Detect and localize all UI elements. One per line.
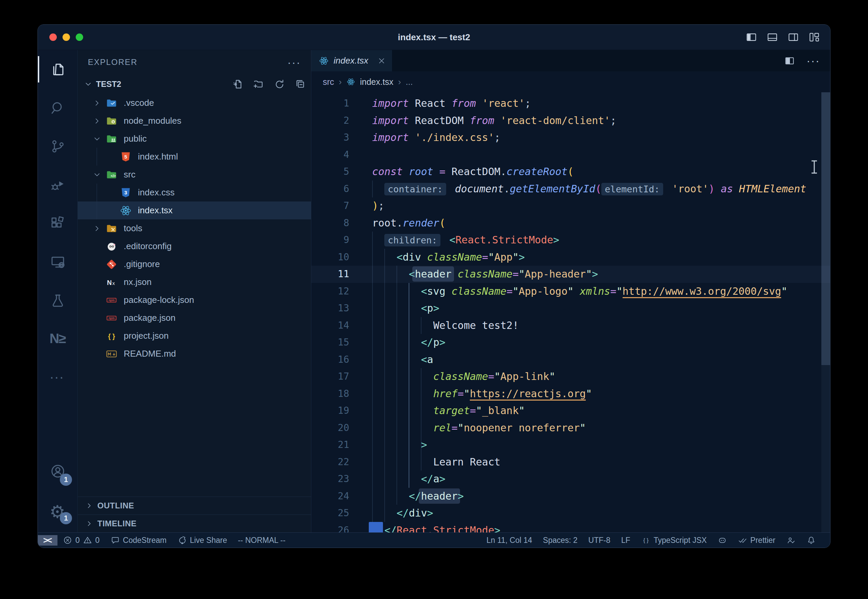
status-problems[interactable]: 00: [57, 533, 105, 548]
tree-item-.gitignore[interactable]: .gitignore: [78, 255, 311, 273]
breadcrumb-symbol[interactable]: ...: [406, 77, 413, 87]
tree-item-package.json[interactable]: npmpackage.json: [78, 309, 311, 327]
breadcrumb-file[interactable]: index.tsx: [360, 77, 393, 87]
status-encoding[interactable]: UTF-8: [583, 533, 616, 548]
activity-item-settings[interactable]: ⚙1: [38, 491, 77, 529]
tree-item-label: tools: [124, 223, 142, 233]
status-feedback[interactable]: [781, 533, 801, 548]
activity-item-additional-views[interactable]: ···: [38, 358, 77, 397]
status-prettier[interactable]: Prettier: [733, 533, 781, 548]
copilot-icon: [718, 536, 727, 545]
search-icon: [50, 100, 66, 116]
line-number: 8: [311, 215, 349, 232]
zoom-window-button[interactable]: [76, 33, 83, 41]
tree-item-.editorconfig[interactable]: .editorconfig: [78, 237, 311, 255]
tree-item-project.json[interactable]: { }project.json: [78, 327, 311, 345]
tree-item-index.css[interactable]: 3index.css: [78, 184, 311, 202]
status-vim-mode[interactable]: -- NORMAL --: [233, 533, 291, 548]
tree-item-nx.json[interactable]: Nxnx.json: [78, 273, 311, 291]
customize-layout-icon[interactable]: [808, 32, 820, 43]
code-line-18: 18 href="https://reactjs.org": [311, 385, 830, 403]
activity-item-accounts[interactable]: 1: [38, 452, 77, 491]
close-window-button[interactable]: [50, 33, 57, 41]
collapse-all-icon[interactable]: [295, 78, 306, 90]
svg-text:npm: npm: [108, 316, 114, 320]
close-tab-icon[interactable]: [377, 56, 386, 65]
bell-icon: [806, 536, 816, 545]
folder-node-icon: s: [105, 115, 117, 127]
code-line-23: 23 </a>: [311, 471, 830, 488]
chevron-down-icon: [84, 80, 93, 89]
explorer-actions: [232, 78, 306, 90]
status-language-mode[interactable]: { }TypeScript JSX: [636, 533, 712, 548]
status-copilot[interactable]: [712, 533, 733, 548]
explorer-more-icon[interactable]: ···: [287, 56, 301, 69]
tree-item-src[interactable]: </>src: [78, 166, 311, 184]
status-cursor-position[interactable]: Ln 11, Col 14: [481, 533, 537, 548]
minimize-window-button[interactable]: [63, 33, 70, 41]
activity-item-search[interactable]: [38, 89, 77, 127]
line-number: 20: [311, 420, 349, 437]
line-number: 11: [311, 266, 349, 283]
status-label: TypeScript JSX: [654, 536, 707, 545]
activity-item-testing[interactable]: [38, 281, 77, 320]
refresh-icon[interactable]: [274, 78, 285, 90]
panel-outline[interactable]: OUTLINE: [78, 497, 311, 515]
activity-item-extensions[interactable]: [38, 204, 77, 243]
panel-timeline[interactable]: TIMELINE: [78, 515, 311, 533]
new-folder-icon[interactable]: [253, 78, 264, 90]
tree-item-tools[interactable]: tools: [78, 220, 311, 237]
activity-item-explorer[interactable]: [38, 50, 77, 89]
code-line-24: 24 </header>: [311, 488, 830, 505]
react-icon: [346, 77, 355, 86]
tree-item-node_modules[interactable]: snode_modules: [78, 112, 311, 130]
tree-item-index.tsx[interactable]: index.tsx: [78, 202, 311, 220]
svg-text:{ }: { }: [643, 537, 648, 543]
badge: 1: [60, 474, 72, 486]
code-editor[interactable]: 1import React from 'react';2import React…: [311, 92, 830, 533]
status-codestream[interactable]: CodeStream: [105, 533, 172, 548]
tree-item-label: index.css: [138, 187, 175, 198]
project-section-header[interactable]: TEST2: [78, 74, 311, 94]
toggle-primary-sidebar-icon[interactable]: [746, 32, 757, 43]
split-editor-icon[interactable]: [784, 56, 795, 66]
activity-item-run-and-debug[interactable]: [38, 166, 77, 204]
checks-icon: [738, 536, 747, 545]
editor-more-actions-icon[interactable]: ···: [806, 54, 820, 67]
text-cursor-pointer: [810, 160, 818, 179]
line-number: 13: [311, 300, 349, 317]
chevron-spacer: [93, 242, 101, 251]
line-number: 15: [311, 334, 349, 351]
remote-indicator[interactable]: ><: [38, 535, 57, 546]
tab-index-tsx[interactable]: index.tsx: [311, 50, 393, 71]
braces-sm-icon: { }: [641, 536, 651, 545]
activity-item-remote-explorer[interactable]: [38, 243, 77, 281]
status-label: CodeStream: [123, 536, 167, 545]
editor-scrollbar[interactable]: [821, 92, 830, 533]
activity-item-source-control[interactable]: [38, 127, 77, 166]
new-file-icon[interactable]: [232, 78, 244, 90]
tree-item-index.html[interactable]: 5index.html: [78, 148, 311, 166]
line-number: 18: [311, 385, 349, 403]
toggle-secondary-sidebar-icon[interactable]: [788, 32, 799, 43]
status-indentation[interactable]: Spaces: 2: [537, 533, 583, 548]
folder-tools-icon: [105, 223, 117, 235]
toggle-panel-icon[interactable]: [767, 32, 778, 43]
code-line-26: 26 </React.StrictMode>: [311, 522, 830, 533]
tree-item-public[interactable]: public: [78, 130, 311, 148]
tree-item-package-lock.json[interactable]: npmpackage-lock.json: [78, 291, 311, 309]
breadcrumb-folder[interactable]: src: [323, 77, 334, 87]
activity-item-nx-console[interactable]: N≥: [38, 320, 77, 358]
status-live-share[interactable]: Live Share: [172, 533, 233, 548]
line-number: 16: [311, 351, 349, 369]
tree-item-label: index.tsx: [138, 205, 173, 216]
svg-text:s: s: [113, 120, 114, 123]
status-notifications[interactable]: [801, 533, 821, 548]
status-eol[interactable]: LF: [616, 533, 636, 548]
tab-label: index.tsx: [334, 56, 369, 66]
svg-text:{ }: { }: [108, 332, 115, 340]
tree-item-README.md[interactable]: README.md: [78, 345, 311, 363]
tree-item-.vscode[interactable]: .vscode: [78, 94, 311, 112]
code-line-12: 12 <svg className="App-logo" xmlns="http…: [311, 283, 830, 300]
chevron-right-icon: [85, 519, 93, 528]
